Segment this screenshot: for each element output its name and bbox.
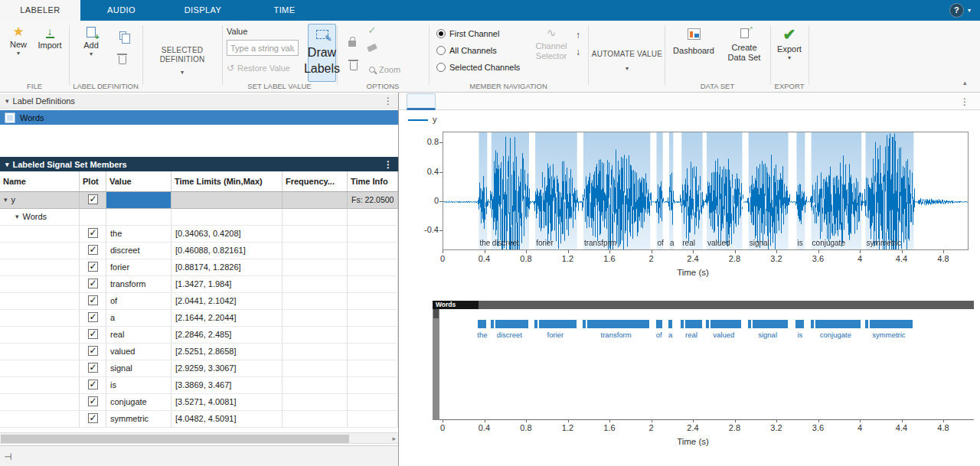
horizontal-scrollbar[interactable]: ▸ <box>0 432 398 444</box>
table-row-group[interactable]: ▾Words <box>0 209 398 226</box>
import-button[interactable]: ↓ Import <box>34 26 65 51</box>
column-header-name[interactable]: Name <box>0 171 80 191</box>
word-label-text[interactable]: a <box>668 331 672 339</box>
table-row-label[interactable]: the[0.34063, 0.4208] <box>0 226 398 243</box>
word-label-handle[interactable] <box>491 320 494 328</box>
table-row-label[interactable]: is[3.3869, 3.467] <box>0 377 398 394</box>
column-header-value[interactable]: Value <box>106 171 172 191</box>
word-label-bar[interactable] <box>539 320 577 328</box>
word-label-bar[interactable] <box>495 320 528 328</box>
table-row-label[interactable]: discreet[0.46088, 0.82161] <box>0 243 398 259</box>
collapse-caret-icon[interactable]: ▾ <box>5 161 9 168</box>
plot-checkbox[interactable] <box>88 312 98 322</box>
radio-first-channel[interactable]: First Channel <box>436 29 499 38</box>
selected-definition-dropdown[interactable]: SELECTED DEFINITION ▾ <box>142 46 222 77</box>
more-options-icon[interactable]: ⋮ <box>384 96 393 106</box>
word-label-handle[interactable] <box>748 320 751 328</box>
word-label-bar[interactable] <box>656 320 662 328</box>
collapse-caret-icon[interactable]: ▾ <box>4 195 8 208</box>
plot-checkbox[interactable] <box>88 295 98 305</box>
plot-checkbox[interactable] <box>88 413 98 423</box>
dock-panel-icon[interactable]: ⊣ <box>4 451 11 462</box>
plot-checkbox[interactable] <box>88 380 98 389</box>
word-label-bar[interactable] <box>795 320 804 328</box>
delete-label-button[interactable] <box>346 59 361 70</box>
word-label-text[interactable]: transform <box>601 331 632 339</box>
word-label-bar[interactable] <box>870 320 913 328</box>
word-label-text[interactable]: valued <box>713 331 734 339</box>
radio-selected-channels[interactable]: Selected Channels <box>436 63 520 72</box>
plot-checkbox[interactable] <box>88 329 98 339</box>
create-data-set-button[interactable]: Create Data Set <box>721 28 767 63</box>
word-label-bar[interactable] <box>815 320 861 328</box>
plot-checkbox[interactable] <box>88 396 98 406</box>
channel-selector-button[interactable]: ∿ Channel Selector <box>530 27 573 61</box>
plot-checkbox[interactable] <box>88 346 98 356</box>
dashboard-button[interactable]: Dashboard <box>671 28 717 56</box>
table-row-signal[interactable]: ▾yFs: 22.0500 <box>0 192 398 209</box>
signal-waveform-canvas[interactable] <box>443 132 968 249</box>
more-options-icon[interactable]: ⋮ <box>960 96 969 107</box>
words-track-content[interactable]: thediscreetforiertransformofarealvalueds… <box>439 309 974 420</box>
draw-labels-button[interactable]: Draw Labels <box>308 24 336 82</box>
new-button[interactable]: ★ New ▾ <box>5 24 32 57</box>
word-label-text[interactable]: symmetric <box>872 331 905 339</box>
word-label-bar[interactable] <box>685 320 701 328</box>
automate-value-dropdown[interactable]: AUTOMATE VALUE ▾ <box>590 50 665 73</box>
duplicate-definition-button[interactable] <box>113 31 132 40</box>
table-row-label[interactable]: symmetric[4.0482, 4.5091] <box>0 411 398 428</box>
lock-button[interactable] <box>345 36 360 47</box>
tab-display[interactable]: DISPLAY <box>162 0 243 21</box>
label-value-input[interactable] <box>227 40 299 56</box>
plot-checkbox[interactable] <box>88 194 98 204</box>
radio-all-channels[interactable]: All Channels <box>436 46 497 55</box>
word-label-bar[interactable] <box>587 320 649 328</box>
table-row-label[interactable]: signal[2.9259, 3.3067] <box>0 360 398 377</box>
previous-member-button[interactable]: ↑ <box>576 30 580 41</box>
word-label-handle[interactable] <box>865 320 868 328</box>
collapse-caret-icon[interactable]: ▾ <box>15 212 19 225</box>
label-definitions-header[interactable]: ▾ Label Definitions ⋮ <box>0 94 398 109</box>
word-label-bar[interactable] <box>710 320 741 328</box>
plot-checkbox[interactable] <box>88 228 98 238</box>
plot-checkbox[interactable] <box>88 279 98 288</box>
word-label-bar[interactable] <box>668 320 672 328</box>
word-label-handle[interactable] <box>706 320 709 328</box>
word-label-bar[interactable] <box>478 320 486 328</box>
word-label-handle[interactable] <box>681 320 684 328</box>
word-label-text[interactable]: of <box>656 331 662 339</box>
tab-time[interactable]: TIME <box>243 0 325 21</box>
table-row-label[interactable]: transform[1.3427, 1.984] <box>0 276 398 293</box>
chevron-down-icon[interactable]: ▾ <box>968 7 971 14</box>
next-member-button[interactable]: ↓ <box>576 47 580 57</box>
vertical-scrollbar[interactable] <box>433 301 439 420</box>
table-row-label[interactable]: a[2.1644, 2.2044] <box>0 310 398 327</box>
erase-button[interactable] <box>364 42 380 51</box>
collapse-caret-icon[interactable]: ▾ <box>5 97 9 105</box>
table-row-label[interactable]: conjugate[3.5271, 4.0081] <box>0 394 398 411</box>
table-row-label[interactable]: forier[0.88174, 1.2826] <box>0 259 398 276</box>
column-header-time-limits-min-max-[interactable]: Time Limits (Min,Max) <box>172 171 283 191</box>
word-label-text[interactable]: is <box>797 331 802 339</box>
restore-value-button[interactable]: ↺ Restore Value <box>227 63 290 73</box>
word-label-text[interactable]: conjugate <box>820 331 851 339</box>
add-definition-button[interactable]: Add ▾ <box>77 24 106 58</box>
plot-checkbox[interactable] <box>88 245 98 255</box>
plot-checkbox[interactable] <box>88 262 98 272</box>
column-header-plot[interactable]: Plot <box>80 171 106 191</box>
word-label-text[interactable]: discreet <box>497 331 522 339</box>
word-label-handle[interactable] <box>811 320 814 328</box>
word-label-bar[interactable] <box>753 320 788 328</box>
more-options-icon[interactable]: ⋮ <box>384 160 393 169</box>
word-label-handle[interactable] <box>534 320 537 328</box>
help-button[interactable]: ? <box>949 3 964 18</box>
word-label-handle[interactable] <box>583 320 586 328</box>
tab-audio[interactable]: AUDIO <box>80 0 162 21</box>
plot-checkbox[interactable] <box>88 363 98 373</box>
word-label-text[interactable]: real <box>685 331 697 339</box>
word-label-text[interactable]: the <box>477 331 487 339</box>
delete-definition-button[interactable] <box>113 53 132 64</box>
signal-display-tab[interactable] <box>407 93 436 110</box>
accept-button[interactable]: ✓ <box>364 25 380 36</box>
word-label-text[interactable]: forier <box>547 331 564 339</box>
